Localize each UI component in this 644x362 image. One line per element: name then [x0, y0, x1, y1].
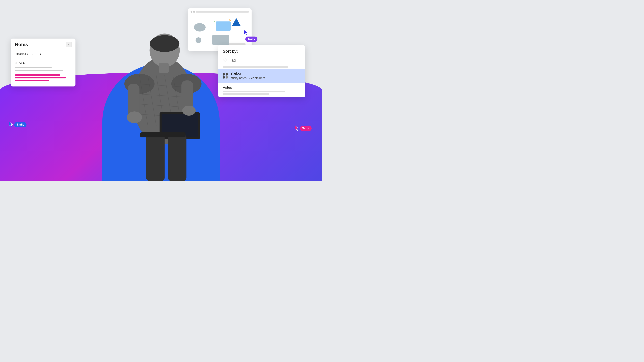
italic-button[interactable]: T — [30, 51, 36, 57]
tag-label: Tag — [230, 58, 236, 62]
emily-user-badge: Emily — [14, 122, 26, 127]
color-sub-label: sticky notes → containers — [231, 76, 265, 80]
tracy-cursor-arrow — [244, 30, 249, 36]
scott-user-badge: Scott — [300, 126, 312, 131]
sort-item-votes[interactable]: Votes — [218, 83, 305, 97]
pink-line-2 — [15, 77, 66, 78]
diagram-circle-small — [196, 37, 202, 43]
notes-header: Notes × — [11, 38, 76, 50]
text-line-2 — [15, 70, 63, 71]
sort-item-color[interactable]: Color sticky notes → containers — [218, 69, 305, 83]
sort-header: Sort by: — [218, 45, 305, 55]
svg-rect-0 — [45, 53, 46, 53]
notes-close-button[interactable]: × — [66, 42, 72, 47]
diagram-bar — [229, 43, 246, 45]
diagram-content: ✓ ⚠ — [190, 15, 249, 48]
notes-panel: Notes × Heading ▾ T B June 4 — [11, 38, 76, 86]
svg-rect-31 — [146, 134, 165, 181]
color-icon — [223, 73, 228, 79]
scott-cursor-arrow — [295, 125, 299, 131]
emily-cursor-arrow — [9, 122, 14, 127]
svg-point-12 — [150, 35, 180, 52]
browser-dot-1 — [190, 11, 192, 13]
tag-icon — [223, 58, 227, 63]
notes-title: Notes — [15, 42, 28, 47]
votes-bar — [223, 91, 285, 92]
notes-date: June 4 — [15, 61, 72, 65]
sort-item-tag[interactable]: Tag — [218, 55, 305, 66]
svg-rect-2 — [45, 54, 46, 54]
scott-cursor-container: Scott — [295, 125, 312, 131]
bold-button[interactable]: B — [37, 51, 42, 57]
votes-label: Votes — [223, 85, 300, 90]
svg-point-30 — [182, 106, 196, 116]
diagram-rect-shape — [216, 21, 231, 31]
tracy-cursor-container: Tracy — [244, 30, 258, 42]
person-svg — [114, 33, 212, 181]
svg-point-7 — [224, 59, 224, 59]
warning-icon: ⚠ — [228, 18, 231, 22]
dropdown-arrow-icon: ▾ — [27, 52, 28, 56]
votes-bar-2 — [223, 93, 269, 95]
diagram-oval-shape — [194, 23, 206, 31]
svg-rect-32 — [168, 134, 186, 181]
list-icon — [45, 53, 48, 55]
emily-cursor-container: Emily — [9, 122, 26, 127]
diagram-panel: ✓ ⚠ — [188, 8, 252, 51]
svg-rect-4 — [45, 55, 46, 55]
svg-rect-3 — [46, 54, 48, 54]
pink-line-3 — [15, 80, 49, 81]
tag-bar — [223, 66, 288, 68]
diagram-triangle-shape — [232, 18, 240, 26]
sort-panel[interactable]: Sort by: Tag Color sticky notes → contai… — [218, 45, 305, 97]
svg-rect-1 — [46, 53, 48, 53]
svg-rect-5 — [46, 55, 48, 55]
diagram-browser-bar — [190, 11, 249, 13]
person-figure — [114, 33, 212, 181]
notes-toolbar: Heading ▾ T B — [11, 50, 76, 59]
browser-dot-2 — [193, 11, 195, 13]
notes-content: June 4 — [11, 59, 76, 86]
color-main-label: Color — [231, 72, 265, 76]
color-text-group: Color sticky notes → containers — [231, 72, 265, 80]
svg-rect-13 — [159, 63, 169, 73]
svg-marker-9 — [9, 122, 12, 127]
svg-marker-8 — [295, 125, 298, 131]
list-button[interactable] — [44, 51, 49, 57]
svg-point-29 — [127, 111, 142, 123]
heading-dropdown[interactable]: Heading ▾ — [15, 52, 29, 56]
svg-rect-33 — [140, 132, 186, 137]
browser-address-bar — [196, 11, 249, 12]
diagram-comment-shape — [212, 35, 229, 45]
tracy-user-badge: Tracy — [245, 36, 258, 42]
text-line-1 — [15, 67, 52, 68]
svg-marker-6 — [244, 30, 248, 35]
pink-line-1 — [15, 74, 60, 76]
heading-label: Heading — [16, 52, 26, 55]
